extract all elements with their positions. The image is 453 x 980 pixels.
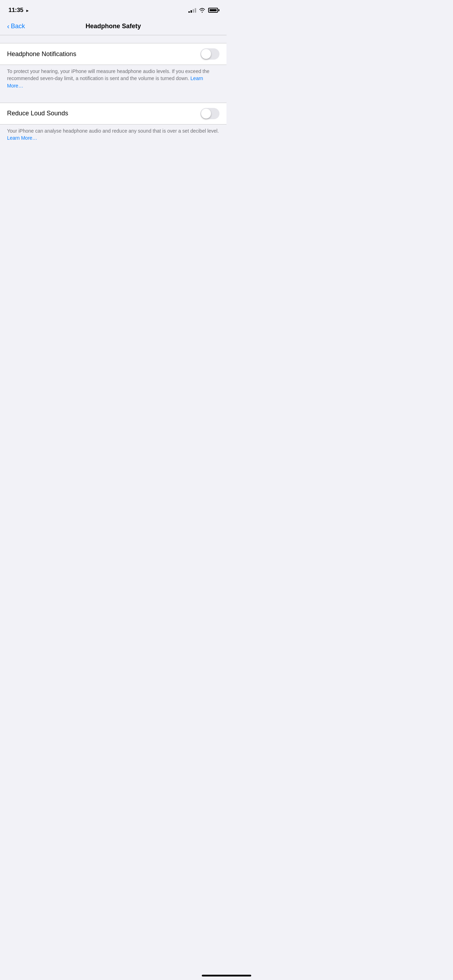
status-icons xyxy=(188,8,218,13)
headphone-notifications-description-text: To protect your hearing, your iPhone wil… xyxy=(7,68,210,81)
toggle-knob xyxy=(201,49,211,59)
reduce-loud-sounds-description: Your iPhone can analyse headphone audio … xyxy=(0,124,227,148)
reduce-loud-sounds-description-text: Your iPhone can analyse headphone audio … xyxy=(7,128,219,134)
back-button[interactable]: ‹ Back xyxy=(7,22,25,30)
status-time: 11:35 xyxy=(8,7,23,13)
reduce-loud-sounds-learn-more[interactable]: Learn More… xyxy=(7,135,37,141)
signal-bar-1 xyxy=(188,11,190,13)
headphone-notifications-label: Headphone Notifications xyxy=(7,51,76,58)
signal-bar-2 xyxy=(191,10,192,13)
reduce-loud-sounds-wrapper: Reduce Loud Sounds Your iPhone can analy… xyxy=(0,103,227,148)
battery-icon xyxy=(208,8,218,13)
signal-icon xyxy=(188,8,196,13)
reduce-loud-sounds-group: Reduce Loud Sounds xyxy=(0,103,227,124)
navigation-bar: ‹ Back Headphone Safety xyxy=(0,19,227,35)
headphone-notifications-group: Headphone Notifications xyxy=(0,43,227,65)
signal-bar-4 xyxy=(195,8,196,13)
wifi-icon xyxy=(199,8,205,13)
page-title: Headphone Safety xyxy=(85,22,141,30)
reduce-loud-sounds-row: Reduce Loud Sounds xyxy=(0,103,227,124)
back-chevron-icon: ‹ xyxy=(7,22,10,30)
status-time-area: 11:35 ► xyxy=(8,7,29,14)
reduce-loud-sounds-toggle[interactable] xyxy=(200,108,219,119)
reduce-loud-sounds-label: Reduce Loud Sounds xyxy=(7,110,68,117)
headphone-notifications-row: Headphone Notifications xyxy=(0,43,227,65)
headphone-notifications-toggle[interactable] xyxy=(200,48,219,60)
headphone-notifications-description: To protect your hearing, your iPhone wil… xyxy=(0,65,227,95)
signal-bar-3 xyxy=(192,9,194,13)
settings-content: Headphone Notifications To protect your … xyxy=(0,35,227,147)
toggle-knob-2 xyxy=(201,109,211,119)
back-label: Back xyxy=(11,22,25,30)
location-icon: ► xyxy=(25,8,29,13)
status-bar: 11:35 ► xyxy=(0,0,227,19)
